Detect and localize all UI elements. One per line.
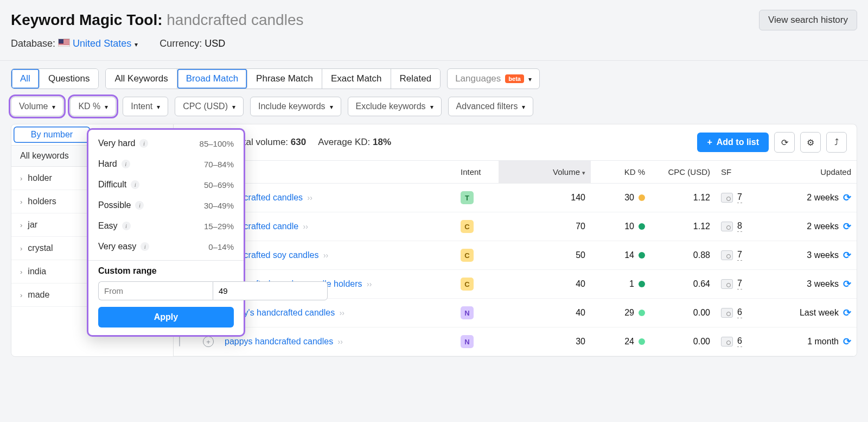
kd-value: 14 [624,250,634,260]
currency-value: USD [205,38,225,49]
chevron-down-icon [135,38,138,49]
keyword-link[interactable]: pappys handcrafted candles [225,337,333,346]
sidebar-item-label: holder [28,173,52,183]
serp-preview-icon[interactable] [721,250,733,260]
table-row: + handcrafted candle ›› C 70 10 1.12 8 2… [174,212,857,241]
refresh-row-icon[interactable]: ⟳ [843,307,851,319]
kd-level-option[interactable]: Hardi70–84% [88,154,244,174]
cpc-value: 0.00 [650,299,716,327]
refresh-icon: ⟳ [781,137,788,148]
refresh-row-icon[interactable]: ⟳ [843,336,851,348]
kd-level-option[interactable]: Easyi15–29% [88,216,244,236]
refresh-row-icon[interactable]: ⟳ [843,221,851,232]
col-keyword[interactable]: word [219,161,455,184]
page-title: Keyword Magic Tool: handcrafted candles [11,11,303,29]
serp-preview-icon[interactable] [721,222,733,231]
languages-label: Languages [455,73,501,84]
chevrons-right-icon: ›› [323,251,328,260]
volume-filter[interactable]: Volume [11,97,63,116]
kd-filter[interactable]: KD % [70,97,116,116]
row-checkbox[interactable] [179,336,180,347]
col-kd[interactable]: KD % [591,161,650,184]
gear-icon: ⚙ [807,137,814,148]
col-cpc[interactable]: CPC (USD) [650,161,716,184]
chevron-down-icon [105,102,108,111]
keywords-table: word Intent Volume▾ KD % CPC (USD) SF Up… [174,161,857,356]
chevron-down-icon [430,102,433,111]
table-row: + pappys handcrafted candles ›› N 30 24 … [174,327,857,356]
sidebar-item-label: crystal [28,243,53,253]
kd-value: 1 [629,279,634,289]
sf-value: 7 [737,279,742,289]
languages-dropdown[interactable]: Languages beta [447,68,540,89]
info-icon: i [135,201,144,210]
tab-broad-match[interactable]: Broad Match [177,69,247,89]
settings-button[interactable]: ⚙ [800,132,821,153]
tab-phrase-match[interactable]: Phrase Match [247,69,322,89]
chevron-right-icon: › [20,244,22,253]
sf-value: 8 [737,221,742,232]
col-sf[interactable]: SF [716,161,770,184]
tab-related[interactable]: Related [391,69,441,89]
advanced-filters[interactable]: Advanced filters [448,97,534,116]
updated-value: 1 month [807,337,839,347]
refresh-row-icon[interactable]: ⟳ [843,192,851,204]
add-keyword-icon[interactable]: + [203,336,214,347]
view-history-button[interactable]: View search history [759,10,857,30]
intent-badge: C [461,278,474,291]
sidebar-tab-by-number[interactable]: By number [14,127,90,143]
kd-from-input[interactable] [98,281,213,300]
kd-level-option[interactable]: Difficulti50–69% [88,174,244,195]
include-keywords-filter[interactable]: Include keywords [250,97,341,116]
volume-value: 40 [499,299,591,327]
chevron-down-icon [157,102,160,111]
exclude-keywords-filter[interactable]: Exclude keywords [348,97,442,116]
apply-button[interactable]: Apply [98,307,234,327]
kd-level-option[interactable]: Possiblei30–49% [88,195,244,216]
intent-badge: N [461,306,474,319]
col-updated[interactable]: Updated [770,161,857,184]
serp-preview-icon[interactable] [721,193,733,203]
updated-value: Last week [800,308,839,318]
info-icon: i [122,222,131,230]
sf-value: 7 [737,192,742,203]
kd-level-option[interactable]: Very hardi85–100% [88,133,244,154]
kd-difficulty-dot [639,310,645,316]
chevrons-right-icon: ›› [308,193,312,202]
match-type-toggle: All Keywords Broad Match Phrase Match Ex… [105,68,441,89]
chevron-right-icon: › [20,221,22,229]
refresh-row-icon[interactable]: ⟳ [843,249,851,261]
col-intent[interactable]: Intent [455,161,499,184]
sf-value: 7 [737,250,742,261]
serp-preview-icon[interactable] [721,337,733,347]
tab-all-keywords[interactable]: All Keywords [106,69,177,89]
cpc-filter[interactable]: CPC (USD) [175,97,244,116]
cpc-value: 0.88 [650,241,716,270]
database-selector[interactable]: Database: United States [11,38,138,49]
col-volume[interactable]: Volume▾ [499,161,591,184]
intent-badge: N [461,335,474,348]
chevrons-right-icon: ›› [340,308,344,317]
chevron-down-icon [330,102,333,111]
intent-filter[interactable]: Intent [123,97,168,116]
chevron-down-icon [522,102,525,111]
serp-preview-icon[interactable] [721,308,733,318]
export-button[interactable]: ⤴ [826,132,847,153]
tab-questions[interactable]: Questions [40,69,99,89]
database-value: United States [73,38,131,49]
refresh-button[interactable]: ⟳ [774,132,795,153]
kd-difficulty-dot [639,281,645,287]
table-row: + handcrafted candles ›› T 140 30 1.12 7… [174,184,857,212]
tab-all[interactable]: All [11,69,40,89]
tab-exact-match[interactable]: Exact Match [322,69,391,89]
kd-difficulty-dot [639,252,645,259]
refresh-row-icon[interactable]: ⟳ [843,278,851,290]
add-to-list-button[interactable]: + Add to list [697,133,769,152]
kd-level-option[interactable]: Very easyi0–14% [88,236,244,257]
volume-value: 30 [499,327,591,356]
serp-preview-icon[interactable] [721,279,733,289]
kd-filter-panel: Very hardi85–100%Hardi70–84%Difficulti50… [87,128,245,337]
kd-value: 29 [624,308,634,318]
kd-to-input[interactable] [213,281,328,300]
volume-value: 140 [499,184,591,212]
